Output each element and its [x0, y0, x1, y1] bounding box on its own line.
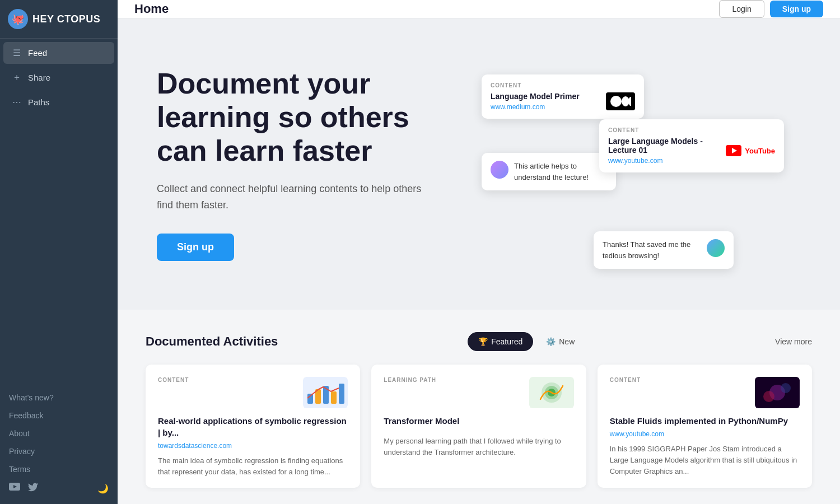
card-main-inner: Language Model Primer www.medium.com	[491, 92, 635, 111]
hero-subtitle: Collect and connect helpful learning con…	[157, 181, 437, 213]
sidebar-item-paths[interactable]: ⋯ Paths	[3, 91, 114, 113]
gear-icon: ⚙️	[546, 337, 556, 346]
svg-rect-6	[307, 394, 313, 404]
sidebar-item-label-share: Share	[28, 73, 50, 82]
comment-text: This article helps to understand the lec…	[514, 161, 607, 183]
yt-play-triangle	[732, 148, 737, 153]
activity-card-0-domain: towardsdatascience.com	[158, 442, 348, 450]
twitter-icon[interactable]	[28, 483, 38, 494]
path-thumb-svg	[529, 377, 574, 408]
hero-illustration: CONTENT Language Model Primer www.medium…	[482, 63, 806, 265]
activity-card-1: LEARNING PATH Transformer Model	[371, 365, 586, 488]
activity-card-1-type: LEARNING PATH	[384, 377, 436, 383]
youtube-logo-icon: YouTube	[726, 145, 775, 156]
activity-card-2-thumb	[755, 377, 800, 408]
youtube-label: YouTube	[745, 147, 775, 155]
activity-card-0-thumb	[303, 377, 348, 408]
hero-card-comment: This article helps to understand the lec…	[482, 153, 616, 190]
sidebar-item-label-paths: Paths	[28, 97, 49, 107]
paths-icon: ⋯	[11, 97, 22, 108]
activity-card-2-title: Stable Fluids implemented in Python/NumP…	[610, 415, 800, 427]
sidebar-item-label-feed: Feed	[28, 48, 47, 58]
page-title: Home	[134, 2, 169, 16]
activity-card-2-domain: www.youtube.com	[610, 430, 800, 438]
youtube-icon[interactable]	[9, 483, 20, 494]
terms-link[interactable]: Terms	[0, 460, 118, 478]
header: Home Login Sign up	[118, 0, 840, 18]
avatar-comment	[491, 161, 508, 179]
activity-card-1-top: LEARNING PATH	[384, 377, 573, 408]
signup-header-button[interactable]: Sign up	[770, 1, 823, 17]
activity-card-1-left: LEARNING PATH	[384, 377, 436, 383]
activity-card-2-type: CONTENT	[610, 377, 641, 383]
logo-icon: 🐙	[8, 9, 28, 29]
hero-card-thanks: Thanks! That saved me the tedious browsi…	[594, 231, 734, 269]
activity-card-2: CONTENT Stable Fluids implemented in Pyt…	[598, 365, 812, 488]
medium-logo-icon	[606, 92, 635, 110]
avatar-img-comment	[491, 161, 508, 179]
activity-card-0-title: Real-world applications of symbolic regr…	[158, 415, 348, 438]
svg-point-2	[610, 96, 622, 107]
thanks-text: Thanks! That saved me the tedious browsi…	[603, 239, 701, 261]
sidebar-social: 🌙	[0, 478, 118, 498]
tab-featured[interactable]: 🏆 Featured	[468, 332, 533, 351]
login-button[interactable]: Login	[719, 0, 764, 18]
signup-hero-button[interactable]: Sign up	[157, 234, 234, 261]
sidebar-item-share[interactable]: ＋ Share	[3, 66, 114, 89]
main-content: Home Login Sign up Document your learnin…	[118, 0, 840, 504]
tab-new[interactable]: ⚙️ New	[535, 332, 585, 351]
card-yt-info: Large Language Models - Lecture 01 www.y…	[608, 137, 726, 165]
svg-point-4	[629, 97, 632, 106]
trophy-icon: 🏆	[478, 337, 488, 346]
sidebar-bottom: What's new? Feedback About Privacy Terms…	[0, 389, 118, 504]
svg-rect-10	[339, 384, 344, 404]
activity-card-0: CONTENT Real-world	[146, 365, 360, 488]
activities-section: Documented Activities 🏆 Featured ⚙️ New …	[118, 310, 840, 504]
card-main-title: Language Model Primer	[491, 92, 580, 101]
tab-new-label: New	[559, 337, 575, 346]
tabs-row: 🏆 Featured ⚙️ New	[468, 332, 585, 351]
activity-card-0-type: CONTENT	[158, 377, 189, 383]
card-main-info: Language Model Primer www.medium.com	[491, 92, 580, 111]
sidebar-divider	[0, 38, 118, 39]
card-yt-inner: Large Language Models - Lecture 01 www.y…	[608, 137, 775, 165]
svg-rect-9	[331, 391, 337, 404]
whats-new-link[interactable]: What's new?	[0, 389, 118, 407]
activity-card-2-desc: In his 1999 SIGGRAPH Paper Jos Stam intr…	[610, 444, 800, 478]
svg-rect-19	[755, 377, 800, 408]
hero-card-youtube: CONTENT Large Language Models - Lecture …	[599, 119, 784, 172]
about-link[interactable]: About	[0, 424, 118, 442]
logo-text: HEY CTOPUS	[32, 13, 100, 25]
card-main-type-label: CONTENT	[491, 82, 635, 88]
sidebar-item-feed[interactable]: ☰ Feed	[3, 42, 114, 64]
hero-left: Document your learning so others can lea…	[157, 67, 437, 261]
activity-card-0-top: CONTENT	[158, 377, 348, 408]
activities-section-title: Documented Activities	[146, 334, 278, 349]
hero-card-main: CONTENT Language Model Primer www.medium…	[482, 74, 644, 119]
chart-thumb-svg	[303, 377, 348, 408]
avatar-img-thanks	[707, 239, 725, 257]
view-more-link[interactable]: View more	[775, 337, 812, 346]
feedback-link[interactable]: Feedback	[0, 407, 118, 424]
privacy-link[interactable]: Privacy	[0, 442, 118, 460]
hero-section: Document your learning so others can lea…	[118, 18, 840, 310]
activity-card-2-left: CONTENT	[610, 377, 641, 383]
card-yt-type-label: CONTENT	[608, 127, 775, 133]
tab-featured-label: Featured	[491, 337, 522, 346]
activity-card-1-thumb	[529, 377, 574, 408]
header-actions: Login Sign up	[719, 0, 823, 18]
feed-icon: ☰	[11, 48, 22, 58]
activity-card-0-left: CONTENT	[158, 377, 189, 383]
video-thumb-svg	[755, 377, 800, 408]
activity-cards-row: CONTENT Real-world	[146, 365, 812, 488]
sidebar-logo[interactable]: 🐙 HEY CTOPUS	[0, 0, 118, 38]
share-icon: ＋	[11, 72, 22, 83]
activity-card-1-desc: My personal learning path that I followe…	[384, 436, 573, 478]
svg-point-3	[622, 96, 629, 106]
activity-card-2-top: CONTENT	[610, 377, 800, 408]
activities-header: Documented Activities 🏆 Featured ⚙️ New …	[146, 332, 812, 351]
card-main-url: www.medium.com	[491, 103, 580, 111]
hero-title: Document your learning so others can lea…	[157, 67, 437, 167]
youtube-play-icon	[726, 145, 741, 156]
theme-toggle-icon[interactable]: 🌙	[97, 483, 109, 494]
